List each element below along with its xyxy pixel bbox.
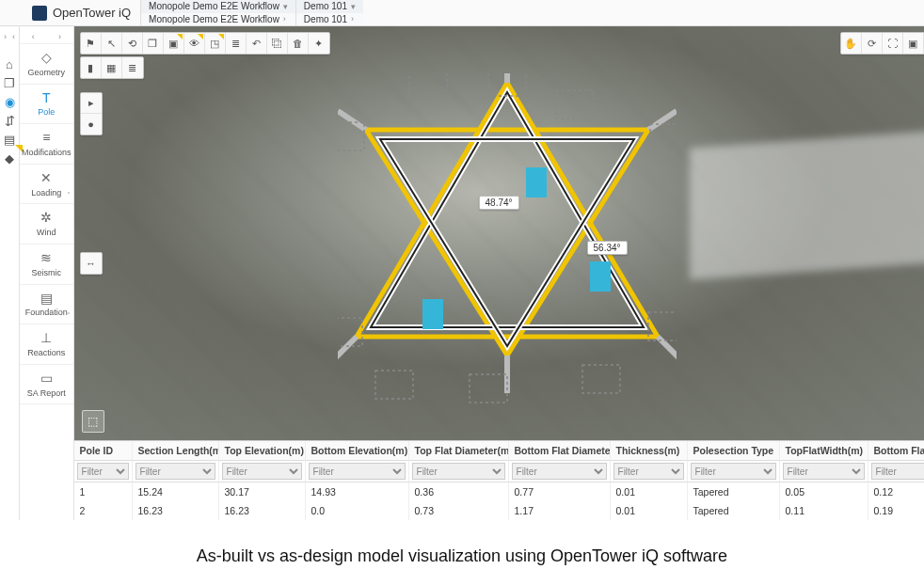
svg-rect-6 [526,167,547,198]
panel-collapse-icon[interactable]: ‹ [32,32,35,41]
nav-documents[interactable]: ❐ [0,73,19,92]
panel-expand-icon[interactable]: › [58,32,61,41]
cell: 16.23 [133,501,219,520]
panel-item-loading[interactable]: ✕Loading˅ [20,165,73,205]
col-header[interactable]: Bottom Elevation(m) [306,441,409,461]
svg-line-13 [648,111,677,130]
modifications-icon: ≡ [22,130,72,146]
left-nav-rail: › ‹ ⌂❐◉⇵▤◆ [0,26,20,520]
svg-line-10 [338,337,357,365]
col-header[interactable]: Bottom Flat Width(m) [868,441,924,461]
col-filter[interactable]: Filter [77,463,129,480]
col-filter[interactable]: Filter [309,463,406,480]
expand-icon[interactable]: › [4,32,7,41]
svg-rect-24 [409,73,447,100]
cell: 0.77 [509,482,611,501]
tool-flag[interactable]: ⚑ [81,33,102,54]
viewport-3d[interactable]: ⚑↖⟲❒▣👁◳≣↶⿻🗑✦ ▮▦≣ ✋⟳⛶▣▤⛶ TOP ▸● ↔ ❐👣▭ ▦🔍 … [74,26,924,440]
panel-item-wind[interactable]: ✲Wind [20,204,73,245]
foundation-icon: ▤ [22,291,72,307]
tool-pin[interactable]: ✦ [309,33,329,54]
cell: 15.24 [133,482,219,501]
panel-item-pole[interactable]: TPole [20,85,73,125]
view-cube-icon[interactable]: ⬚ [82,410,104,433]
panel-item-seismic[interactable]: ≋Seismic [20,245,73,285]
table-filter-row: FilterFilterFilterFilterFilterFilterFilt… [74,461,924,482]
tool-mesh[interactable]: ▦ [102,57,122,78]
tool-cursor[interactable]: ↖ [102,33,122,54]
col-header[interactable]: TopFlatWidth(m) [780,441,868,461]
col-header[interactable]: Top Elevation(m) [219,441,306,461]
col-filter[interactable]: Filter [222,463,302,480]
tool-zoom-window[interactable]: ⛶ [883,33,903,54]
tool-eye[interactable]: 👁 [184,33,205,54]
cell: 0.0 [306,501,409,520]
breadcrumb-scenario-1[interactable]: Demo 101▾ [295,0,363,13]
panel-item-foundation[interactable]: ▤Foundation˅ [20,285,73,325]
tool-color[interactable]: ▮ [81,57,102,78]
col-filter[interactable]: Filter [613,463,684,480]
tool-layers[interactable]: ≣ [226,33,247,54]
panel-item-modifications[interactable]: ≡Modifications˅ [20,124,73,165]
cell: Tapered [688,482,780,501]
panel-header-geometry[interactable]: ◇ Geometry [20,44,73,85]
chevron-down-icon: ▾ [283,2,288,11]
chevron-down-icon: ▾ [351,2,356,11]
table-row[interactable]: 216.2316.230.00.731.170.01Tapered0.110.1… [74,501,924,520]
vtool-pick: ▸● [80,92,103,135]
tool-refresh[interactable]: ⟲ [122,33,143,54]
tool-mark[interactable]: ● [81,114,102,134]
col-header[interactable]: Pole ID [74,441,133,461]
tool-hand[interactable]: ✋ [841,33,862,54]
toolbar-main: ⚑↖⟲❒▣👁◳≣↶⿻🗑✦ [80,32,330,55]
panel-item-sa-report[interactable]: ▭SA Report [20,365,73,405]
col-header[interactable]: Polesection Type [688,441,780,461]
titlebar: OpenTower iQ Monopole Demo E2E Workflow▾… [0,0,924,26]
nav-compare[interactable]: ⇵ [0,111,19,130]
col-header[interactable]: Top Flat Diameter(m) [409,441,509,461]
nav-home[interactable]: ⌂ [0,55,19,73]
breadcrumb-workflow-1[interactable]: Monopole Demo E2E Workflow▾ [140,0,295,13]
brand-icon [32,6,47,21]
geometry-icon: ◇ [22,50,72,66]
col-header[interactable]: Bottom Flat Diameter(m) [509,441,611,461]
breadcrumb-group-2: Demo 101▾ Demo 101› [295,0,363,25]
collapse-icon[interactable]: ‹ [12,32,15,41]
reactions-icon: ⊥ [22,330,72,346]
tool-rotate[interactable]: ⟳ [862,33,883,54]
cell: 0.19 [868,501,924,520]
cell: 1 [74,482,133,501]
table-row[interactable]: 115.2430.1714.930.360.770.01Tapered0.050… [74,482,924,501]
toolbar-display: ▮▦≣ [80,56,144,79]
tool-delete[interactable]: 🗑 [288,33,309,54]
cell: 2 [74,501,133,520]
col-filter[interactable]: Filter [412,463,505,480]
tool-sel[interactable]: ◳ [205,33,226,54]
tool-list[interactable]: ≣ [122,57,143,78]
tool-undo[interactable]: ↶ [247,33,267,54]
col-filter[interactable]: Filter [512,463,607,480]
tool-move[interactable]: ↔ [81,253,102,274]
nav-analysis[interactable]: ◉ [0,92,19,111]
tool-pick[interactable]: ▸ [81,93,102,114]
vtool-move: ↔ [80,252,103,275]
tool-box-y[interactable]: ▣ [164,33,184,54]
svg-rect-21 [375,371,413,399]
chevron-right-icon: › [351,14,354,24]
cell: 0.12 [868,482,924,501]
breadcrumb-scenario-2[interactable]: Demo 101› [295,13,363,26]
tool-cube[interactable]: ❒ [143,33,164,54]
col-filter[interactable]: Filter [691,463,776,480]
col-filter[interactable]: Filter [871,463,924,480]
col-header[interactable]: Thickness(m) [611,441,688,461]
nav-model[interactable]: ◆ [0,149,19,167]
svg-line-12 [338,111,366,130]
panel-item-reactions[interactable]: ⊥Reactions [20,324,73,365]
col-filter[interactable]: Filter [783,463,865,480]
tool-fit[interactable]: ▣ [903,33,924,54]
cell: 0.05 [780,482,868,501]
tool-copy[interactable]: ⿻ [267,33,288,54]
col-filter[interactable]: Filter [135,463,215,480]
col-header[interactable]: Section Length(m) [133,441,219,461]
breadcrumb-workflow-2[interactable]: Monopole Demo E2E Workflow› [140,13,295,26]
